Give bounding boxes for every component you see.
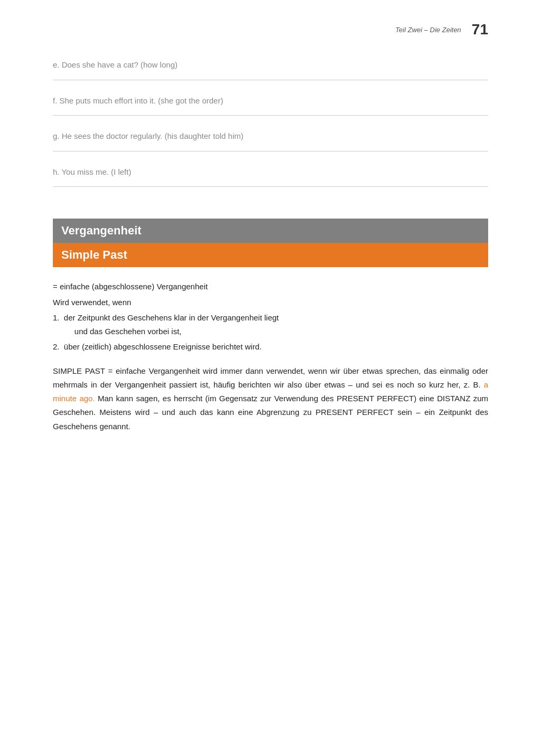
section-header-top: Vergangenheit [53, 219, 488, 243]
list-item-1: 1. der Zeitpunkt des Geschehens klar in … [53, 311, 488, 338]
exercise-item-g: g. He sees the doctor regularly. (his da… [53, 130, 488, 152]
exercise-text-h: h. You miss me. (I left) [53, 166, 488, 178]
paragraph-before-highlight: SIMPLE PAST = einfache Vergangenheit wir… [53, 366, 488, 389]
content-section: = einfache (abgeschlossene) Vergangenhei… [53, 280, 488, 433]
exercise-item-f: f. She puts much effort into it. (she go… [53, 95, 488, 116]
exercise-line-h [53, 186, 488, 187]
content-line1: = einfache (abgeschlossene) Vergangenhei… [53, 280, 488, 294]
exercise-line-e [53, 80, 488, 80]
content-line2: Wird verwendet, wenn [53, 296, 488, 309]
exercise-section: e. Does she have a cat? (how long) f. Sh… [53, 59, 488, 187]
section-header-bottom: Simple Past [53, 243, 488, 267]
page-number: 71 [472, 21, 488, 38]
page-header: Teil Zwei – Die Zeiten 71 [53, 21, 488, 38]
list-item-2: 2. über (zeitlich) abgeschlossene Ereign… [53, 340, 488, 354]
page: Teil Zwei – Die Zeiten 71 e. Does she ha… [0, 0, 541, 756]
content-paragraph: SIMPLE PAST = einfache Vergangenheit wir… [53, 364, 488, 433]
exercise-text-e: e. Does she have a cat? (how long) [53, 59, 488, 71]
content-list: 1. der Zeitpunkt des Geschehens klar in … [53, 311, 488, 354]
paragraph-after-highlight: Man kann sagen, es herrscht (im Gegensat… [53, 394, 488, 431]
header-title: Teil Zwei – Die Zeiten [395, 26, 461, 34]
section-top-label: Vergangenheit [61, 224, 142, 237]
exercise-line-g [53, 151, 488, 152]
exercise-line-f [53, 115, 488, 116]
exercise-item-h: h. You miss me. (I left) [53, 166, 488, 187]
section-bottom-label: Simple Past [61, 248, 127, 261]
section-header: Vergangenheit Simple Past [53, 219, 488, 267]
exercise-item-e: e. Does she have a cat? (how long) [53, 59, 488, 80]
exercise-text-f: f. She puts much effort into it. (she go… [53, 95, 488, 107]
exercise-text-g: g. He sees the doctor regularly. (his da… [53, 130, 488, 143]
